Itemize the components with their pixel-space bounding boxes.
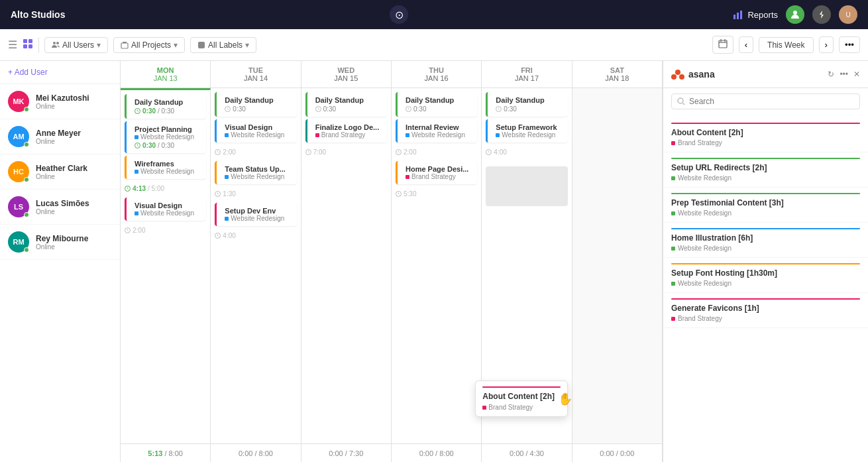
day-name-mon: MON	[126, 66, 205, 74]
event-project: Website Redesign	[135, 133, 201, 141]
user-avatar-2: AM	[8, 126, 29, 147]
search-input[interactable]	[689, 97, 854, 106]
asana-item-bar-5	[671, 263, 860, 264]
event-wed-standup[interactable]: Daily Standup 0:30	[305, 92, 387, 117]
app-title: Alto Studios	[11, 9, 65, 20]
asana-item-project-2: Website Redesign	[671, 174, 860, 182]
asana-search-bar	[671, 93, 860, 109]
project-dot	[671, 282, 675, 286]
event-time: 0:30	[315, 105, 382, 113]
notifications-icon[interactable]	[812, 5, 831, 24]
event-mon-standup[interactable]: Daily Standup 0:30 / 0:30	[125, 94, 206, 119]
calendar-icon[interactable]	[712, 36, 733, 54]
asana-item-2[interactable]: Setup URL Redirects [2h] Website Redesig…	[663, 152, 868, 188]
asana-item-title-6: Generate Favicons [1h]	[671, 304, 860, 313]
event-mon-wireframes[interactable]: Wireframes Website Redesign	[125, 156, 206, 179]
event-tue-setup-dev[interactable]: Setup Dev Env Website Redesign	[215, 203, 296, 226]
next-week-button[interactable]: ›	[819, 36, 834, 53]
user-item-4[interactable]: LS Lucas Simões Online	[0, 190, 120, 225]
search-icon	[677, 97, 685, 105]
asana-refresh-icon[interactable]: ↻	[828, 70, 834, 79]
event-thu-standup[interactable]: Daily Standup 0:30	[396, 92, 477, 117]
event-mon-project-planning[interactable]: Project Planning Website Redesign 0:30 /…	[125, 121, 206, 153]
day-col-mon: Daily Standup 0:30 / 0:30 Project Planni…	[121, 88, 211, 443]
reports-button[interactable]: Reports	[733, 9, 778, 20]
calendar-body: Daily Standup 0:30 / 0:30 Project Planni…	[121, 88, 663, 443]
tooltip-title: About Content [2h]	[482, 392, 561, 401]
svg-rect-13	[719, 40, 727, 48]
day-date-sat: JAN 18	[578, 74, 657, 82]
asana-icon	[671, 68, 684, 81]
footer-green-mon: 5:13	[148, 449, 162, 457]
user-item-2[interactable]: AM Anne Meyer Online	[0, 119, 120, 154]
event-thu-homepage[interactable]: Home Page Desi... Brand Strategy	[396, 161, 477, 184]
add-user-button[interactable]: + Add User	[0, 61, 120, 84]
day-date-fri: JAN 17	[487, 74, 566, 82]
event-tue-team-status[interactable]: Team Status Up... Website Redesign	[215, 161, 296, 184]
all-users-filter[interactable]: All Users ▾	[44, 37, 108, 53]
asana-item-bar-1	[671, 123, 860, 124]
asana-item-1[interactable]: About Content [2h] Brand Strategy	[663, 117, 868, 152]
asana-item-4[interactable]: Home Illustration [6h] Website Redesign	[663, 223, 868, 258]
people-icon	[790, 9, 800, 20]
day-header-sat: SAT JAN 18	[572, 61, 663, 87]
svg-rect-12	[198, 42, 205, 48]
asana-item-bar-6	[671, 298, 860, 300]
user-profile-avatar[interactable]: U	[839, 5, 857, 24]
asana-item-project-3: Website Redesign	[671, 209, 860, 217]
grid-view-icon[interactable]	[23, 38, 33, 51]
project-dot	[671, 176, 675, 180]
event-fri-standup[interactable]: Daily Standup 0:30	[486, 92, 567, 117]
day-date-tue: JAN 14	[216, 74, 295, 82]
all-labels-filter[interactable]: All Labels ▾	[190, 37, 256, 53]
all-projects-filter[interactable]: All Projects ▾	[113, 37, 185, 53]
user-item-1[interactable]: MK Mei Kazutoshi Online	[0, 84, 120, 119]
event-tue-visual-design[interactable]: Visual Design Website Redesign	[215, 119, 296, 143]
projects-filter-icon	[121, 41, 129, 49]
event-title: Project Planning	[135, 125, 201, 133]
project-dot	[671, 211, 675, 215]
asana-more-icon[interactable]: •••	[840, 70, 848, 79]
day-date-thu: JAN 16	[397, 74, 476, 82]
asana-close-icon[interactable]: ✕	[853, 70, 860, 79]
asana-item-5[interactable]: Setup Font Hosting [1h30m] Website Redes…	[663, 258, 868, 293]
time-spacer-thu-1: 2:00	[396, 145, 477, 158]
event-time: 0:30 / 0:30	[135, 107, 201, 115]
asana-item-6[interactable]: Generate Favicons [1h] Brand Strategy	[663, 293, 868, 328]
event-title: Visual Design	[135, 202, 201, 209]
project-dot	[406, 133, 409, 137]
event-title: Daily Standup	[135, 98, 201, 106]
event-tue-standup[interactable]: Daily Standup 0:30	[215, 92, 296, 117]
event-title: Home Page Desi...	[406, 165, 472, 173]
user-item-5[interactable]: RM Rey Mibourne Online	[0, 225, 120, 260]
nav-center-icon[interactable]: ⊙	[390, 5, 408, 24]
online-dot-2	[24, 142, 29, 147]
user-info-5: Rey Mibourne Online	[36, 234, 88, 251]
day-col-fri: Daily Standup 0:30 Setup Framework Websi…	[482, 88, 572, 443]
event-fri-setup-framework[interactable]: Setup Framework Website Redesign	[486, 119, 567, 143]
project-dot	[225, 133, 229, 137]
clock-icon	[305, 149, 311, 155]
user-avatar-nav[interactable]	[786, 5, 804, 24]
asana-item-3[interactable]: Prep Testimonial Content [3h] Website Re…	[663, 188, 868, 223]
user-name-5: Rey Mibourne	[36, 234, 88, 243]
event-project: Brand Strategy	[406, 173, 472, 180]
day-footer-sat: 0:00 / 0:00	[572, 444, 663, 462]
day-name-wed: WED	[307, 66, 386, 74]
event-time: 0:30	[496, 105, 562, 113]
more-options-button[interactable]: •••	[839, 36, 860, 53]
footer-thu: 0:00 / 8:00	[419, 449, 454, 457]
clock-icon	[135, 108, 140, 114]
event-project: Website Redesign	[225, 173, 291, 180]
user-item-3[interactable]: HC Heather Clark Online	[0, 154, 120, 190]
event-wed-finalize-logo[interactable]: Finalize Logo De... Brand Strategy	[305, 119, 387, 143]
users-filter-icon	[52, 41, 60, 49]
user-info-3: Heather Clark Online	[36, 164, 87, 180]
footer-wed: 0:00 / 7:30	[329, 449, 363, 457]
project-dot	[482, 406, 486, 410]
svg-rect-6	[28, 39, 32, 43]
event-thu-internal-review[interactable]: Internal Review Website Redesign	[396, 119, 477, 143]
event-mon-visual-design[interactable]: Visual Design Website Redesign	[125, 198, 206, 221]
hamburger-menu[interactable]: ☰	[8, 38, 17, 51]
prev-week-button[interactable]: ‹	[739, 36, 753, 53]
